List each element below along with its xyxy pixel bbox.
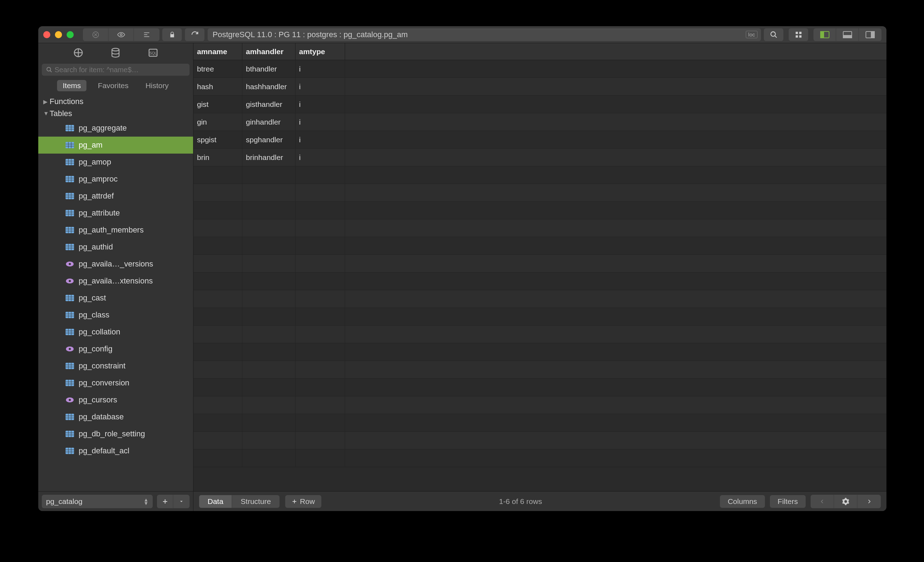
tree-item-pg_aggregate[interactable]: pg_aggregate	[38, 120, 193, 137]
cell	[296, 237, 345, 254]
add-menu-button[interactable]	[173, 495, 189, 508]
cell[interactable]: i	[296, 78, 345, 95]
minimize-button[interactable]	[55, 31, 62, 38]
zoom-button[interactable]	[67, 31, 74, 38]
cell[interactable]: bthandler	[242, 60, 296, 78]
tree-item-pg_config[interactable]: pg_config	[38, 341, 193, 357]
refresh-button[interactable]	[185, 28, 205, 41]
breadcrumb[interactable]: PostgreSQL 11.0 : PG 11 : postgres : pg_…	[208, 28, 761, 41]
table-icon	[65, 380, 74, 386]
sidebar-tabs: Items Favorites History	[38, 77, 193, 94]
layout-bottom-button[interactable]	[836, 28, 859, 41]
filters-button[interactable]: Filters	[770, 495, 806, 508]
tab-history[interactable]: History	[140, 80, 174, 91]
tree-item-pg_attrdef[interactable]: pg_attrdef	[38, 188, 193, 205]
cell[interactable]: i	[296, 96, 345, 113]
tree-item-pg_cast[interactable]: pg_cast	[38, 290, 193, 306]
layout-right-button[interactable]	[859, 28, 882, 41]
table-icon	[65, 447, 74, 454]
data-row[interactable]: hashhashhandleri	[194, 78, 886, 96]
tree-item-pg_db_role_setting[interactable]: pg_db_role_setting	[38, 425, 193, 442]
cell	[242, 166, 296, 184]
cell[interactable]: i	[296, 60, 345, 78]
svg-rect-53	[66, 244, 74, 250]
connection-icon[interactable]	[73, 48, 84, 58]
data-row[interactable]: ginginhandleri	[194, 113, 886, 131]
cell[interactable]: i	[296, 149, 345, 166]
tree-item-pg_cursors[interactable]: pg_cursors	[38, 392, 193, 408]
cell[interactable]: brinhandler	[242, 149, 296, 166]
data-row[interactable]: gistgisthandleri	[194, 96, 886, 113]
prev-page-button[interactable]	[811, 495, 834, 508]
svg-rect-79	[66, 363, 74, 369]
tab-favorites[interactable]: Favorites	[92, 80, 134, 91]
tree-item-label: pg_config	[79, 344, 112, 354]
next-page-button[interactable]	[857, 495, 881, 508]
tree-item-pg_auth_members[interactable]: pg_auth_members	[38, 221, 193, 239]
table-icon	[65, 209, 74, 217]
tree-item-pg_am[interactable]: pg_am	[38, 137, 193, 154]
preview-button[interactable]	[108, 28, 134, 41]
section-functions[interactable]: ▶ Functions	[38, 96, 193, 108]
search-input[interactable]	[42, 64, 189, 76]
tree-item-pg_authid[interactable]: pg_authid	[38, 239, 193, 256]
columns-button[interactable]: Columns	[720, 495, 765, 508]
cell[interactable]: i	[296, 113, 345, 131]
tree-item-label: pg_aggregate	[79, 124, 127, 133]
cell[interactable]: brin	[194, 149, 242, 166]
cell[interactable]: i	[296, 131, 345, 148]
tree-item-pg_availa…_versions[interactable]: pg_availa…_versions	[38, 256, 193, 272]
cell[interactable]: spghandler	[242, 131, 296, 148]
view-icon	[65, 278, 74, 284]
tree-item-pg_database[interactable]: pg_database	[38, 408, 193, 425]
cell[interactable]: gist	[194, 96, 242, 113]
tree-item-pg_conversion[interactable]: pg_conversion	[38, 374, 193, 392]
add-row-button[interactable]: Row	[285, 495, 321, 508]
tree-item-pg_constraint[interactable]: pg_constraint	[38, 357, 193, 374]
table-icon	[65, 430, 74, 438]
tree-item-pg_amproc[interactable]: pg_amproc	[38, 170, 193, 188]
tree-item-pg_availa…xtensions[interactable]: pg_availa…xtensions	[38, 272, 193, 290]
tab-items[interactable]: Items	[57, 80, 87, 91]
cell[interactable]: spgist	[194, 131, 242, 148]
column-header[interactable]: amname	[194, 43, 242, 60]
empty-row	[194, 414, 886, 432]
data-row[interactable]: brinbrinhandleri	[194, 149, 886, 166]
cell[interactable]: hash	[194, 78, 242, 95]
tree-item-pg_default_acl[interactable]: pg_default_acl	[38, 442, 193, 459]
add-button[interactable]	[157, 495, 173, 508]
empty-row	[194, 450, 886, 467]
column-header[interactable]: amhandler	[242, 43, 296, 60]
cell[interactable]: hashhandler	[242, 78, 296, 95]
lock-button[interactable]	[162, 28, 182, 41]
cell[interactable]: btree	[194, 60, 242, 78]
tree-item-pg_collation[interactable]: pg_collation	[38, 323, 193, 341]
column-header[interactable]: amtype	[296, 43, 345, 60]
tree-item-pg_amop[interactable]: pg_amop	[38, 154, 193, 170]
cancel-query-button[interactable]	[83, 28, 108, 41]
close-button[interactable]	[43, 31, 50, 38]
data-row[interactable]: btreebthandleri	[194, 60, 886, 78]
section-tables[interactable]: ▼ Tables	[38, 108, 193, 120]
sql-icon[interactable]: SQL	[148, 48, 158, 58]
tree-item-pg_attribute[interactable]: pg_attribute	[38, 205, 193, 221]
cell	[242, 220, 296, 237]
search-button[interactable]	[764, 28, 784, 41]
empty-row	[194, 308, 886, 326]
cell[interactable]: gin	[194, 113, 242, 131]
data-row[interactable]: spgistspghandleri	[194, 131, 886, 149]
layout-left-button[interactable]	[813, 28, 836, 41]
format-button[interactable]	[134, 28, 159, 41]
empty-row	[194, 166, 886, 184]
page-settings-button[interactable]	[834, 495, 857, 508]
svg-point-61	[69, 280, 71, 282]
view-data-button[interactable]: Data	[199, 495, 232, 508]
chevron-right-icon: ▶	[43, 99, 48, 105]
database-icon[interactable]	[110, 48, 121, 58]
view-structure-button[interactable]: Structure	[232, 495, 279, 508]
grid-view-button[interactable]	[789, 28, 808, 41]
cell[interactable]: gisthandler	[242, 96, 296, 113]
cell[interactable]: ginhandler	[242, 113, 296, 131]
tree-item-pg_class[interactable]: pg_class	[38, 306, 193, 323]
schema-select[interactable]: pg_catalog ▲▼	[42, 495, 153, 508]
